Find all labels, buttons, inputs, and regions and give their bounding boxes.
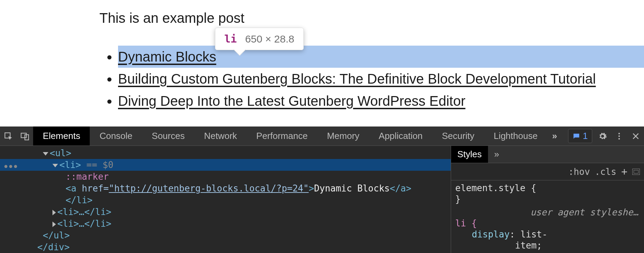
styles-toolbar: :hov .cls + (451, 163, 644, 180)
svg-point-5 (618, 138, 620, 139)
list-item[interactable]: Dynamic Blocks (118, 46, 644, 68)
post-links-list: Dynamic Blocks Building Custom Gutenberg… (99, 46, 644, 112)
dom-tree[interactable]: ••• <ul> <li> == $0 ::marker <a href="ht… (0, 146, 451, 253)
rule-selector[interactable]: li { (455, 218, 477, 228)
post-title: This is an example post (99, 10, 644, 26)
dom-ellipsis[interactable]: ••• (3, 161, 17, 173)
hov-toggle[interactable]: :hov (568, 167, 590, 177)
inspector-tooltip: li 650 × 28.8 (215, 28, 304, 50)
dom-row[interactable]: <a href="http://gutenberg-blocks.local/?… (0, 182, 451, 194)
kebab-icon[interactable] (611, 126, 627, 146)
tab-application[interactable]: Application (369, 126, 432, 146)
rule-brace-close: } (455, 194, 640, 205)
devtools-tabbar: Elements Console Sources Network Perform… (0, 126, 644, 146)
tab-network[interactable]: Network (194, 126, 246, 146)
dom-row[interactable]: ::marker (0, 171, 451, 182)
tab-memory[interactable]: Memory (317, 126, 369, 146)
issues-count: 1 (583, 131, 588, 141)
close-icon[interactable] (627, 126, 644, 146)
styles-panel: Styles » :hov .cls + element.style { } u… (451, 146, 644, 253)
tooltip-dimensions: 650 × 28.8 (245, 33, 294, 45)
page-preview: This is an example post li 650 × 28.8 Dy… (0, 0, 644, 126)
svg-point-4 (618, 135, 620, 137)
styles-rules[interactable]: element.style { } user agent styleshe… l… (451, 180, 644, 253)
dom-row[interactable]: </li> (0, 194, 451, 206)
dom-row[interactable]: <ul> (0, 147, 451, 159)
svg-rect-1 (21, 133, 26, 138)
tooltip-tag: li (224, 33, 237, 45)
dom-row[interactable]: </ul> (0, 229, 451, 241)
dom-row[interactable]: </div> (0, 241, 451, 253)
rule-element-style[interactable]: element.style { (455, 182, 640, 194)
post-link[interactable]: Building Custom Gutenberg Blocks: The De… (118, 71, 596, 86)
dom-row[interactable]: <li>…</li> (0, 206, 451, 218)
tab-lighthouse[interactable]: Lighthouse (484, 126, 547, 146)
tab-elements[interactable]: Elements (33, 126, 90, 146)
list-item[interactable]: Building Custom Gutenberg Blocks: The De… (118, 68, 644, 90)
new-rule-button[interactable]: + (621, 166, 627, 178)
css-prop-name[interactable]: display (472, 229, 510, 240)
issues-badge[interactable]: 1 (568, 129, 592, 143)
post-link[interactable]: Diving Deep Into the Latest Gutenberg Wo… (118, 93, 465, 109)
gear-icon[interactable] (594, 126, 611, 146)
tab-sources[interactable]: Sources (142, 126, 194, 146)
tab-security[interactable]: Security (432, 126, 484, 146)
inspect-icon[interactable] (0, 126, 17, 146)
styles-tabbar: Styles » (451, 146, 644, 163)
cls-toggle[interactable]: .cls (595, 167, 616, 177)
svg-point-3 (618, 133, 620, 134)
devtools-panel: Elements Console Sources Network Perform… (0, 126, 644, 253)
tabs-overflow[interactable]: » (547, 131, 562, 141)
boxmodel-icon[interactable] (632, 169, 640, 175)
list-item[interactable]: Diving Deep Into the Latest Gutenberg Wo… (118, 90, 644, 112)
device-toggle-icon[interactable] (17, 126, 33, 146)
dom-row[interactable]: <li>…</li> (0, 218, 451, 229)
ua-stylesheet-label: user agent styleshe… (455, 207, 640, 218)
styles-tab-styles[interactable]: Styles (451, 146, 488, 163)
tab-performance[interactable]: Performance (247, 126, 318, 146)
dom-row-selected[interactable]: <li> == $0 (0, 159, 451, 171)
tab-console[interactable]: Console (90, 126, 142, 146)
styles-tabs-overflow[interactable]: » (488, 146, 505, 163)
post-link[interactable]: Dynamic Blocks (118, 49, 216, 64)
